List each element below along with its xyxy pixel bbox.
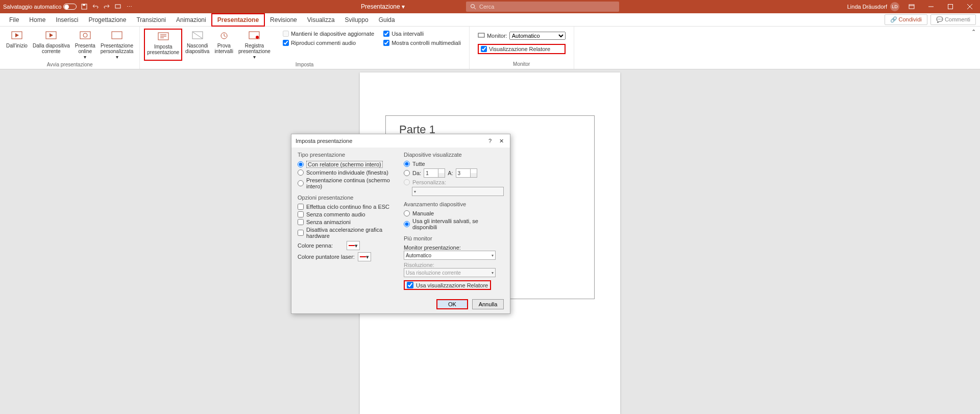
hdr-diap: Diapositive visualizzate [404, 152, 504, 158]
btn-nascondi[interactable]: Nascondi diapositiva [183, 29, 211, 61]
search-icon [470, 4, 476, 10]
chk-senza-audio[interactable]: Senza commento audio [298, 211, 397, 217]
tab-animazioni[interactable]: Animazioni [171, 14, 211, 26]
svg-rect-1 [83, 4, 85, 6]
hide-slide-icon [190, 30, 205, 42]
dialog-imposta-presentazione: Imposta presentazione ? ✕ Tipo presentaz… [291, 134, 510, 314]
tab-guida[interactable]: Guida [374, 14, 400, 26]
annulla-button[interactable]: Annulla [472, 299, 504, 309]
dd-personalizza [412, 187, 504, 196]
custom-show-icon [110, 30, 124, 42]
btn-prova-intervalli[interactable]: Prova intervalli [212, 29, 235, 61]
dialog-titlebar[interactable]: Imposta presentazione ? ✕ [291, 134, 510, 148]
share-button[interactable]: 🔗 Condividi [885, 14, 927, 25]
chk-riproduci[interactable]: Riproduci commenti audio [283, 40, 374, 46]
chk-senza-anim[interactable]: Senza animazioni [298, 219, 397, 225]
ribbon-display-icon[interactable] [904, 2, 919, 12]
spin-a[interactable]: 3 [456, 168, 477, 178]
play-icon [10, 30, 24, 42]
search-box[interactable] [466, 2, 619, 12]
spin-da[interactable]: 1 [424, 168, 445, 178]
svg-line-23 [193, 32, 202, 38]
tab-inserisci[interactable]: Inserisci [51, 14, 83, 26]
document-title[interactable]: Presentazione ▾ [361, 3, 405, 10]
svg-point-16 [83, 33, 87, 37]
dd-monitor-pres[interactable]: Automatico [404, 251, 496, 260]
search-input[interactable] [479, 4, 615, 10]
svg-rect-15 [80, 32, 90, 39]
lbl-colore-laser: Colore puntatore laser: [298, 254, 355, 260]
tab-sviluppo[interactable]: Sviluppo [340, 14, 374, 26]
chk-aggiornate[interactable]: Mantieni le diapositive aggiornate [283, 31, 374, 37]
dialog-help-icon[interactable]: ? [485, 136, 495, 145]
collapse-ribbon-icon[interactable]: ⌃ [967, 27, 980, 69]
group-monitor-label: Monitor [513, 60, 530, 69]
hdr-tipo: Tipo presentazione [298, 152, 397, 158]
radio-da[interactable]: Da: 1 A: 3 [404, 168, 504, 178]
radio-intervalli[interactable]: Usa gli intervalli salvati, se disponibi… [404, 218, 504, 230]
radio-continua[interactable]: Presentazione continua (schermo intero) [298, 177, 397, 189]
user-name: Linda Dräusdorf [847, 4, 887, 10]
maximize-icon[interactable] [943, 2, 958, 12]
chk-relatore[interactable]: Visualizzazione Relatore [478, 44, 566, 54]
lbl-risoluzione: Risoluzione: [404, 262, 504, 268]
lbl-colore-penna: Colore penna: [298, 242, 344, 249]
color-penna-button[interactable]: ▾ [347, 241, 360, 250]
monitor-select[interactable]: Automatico [509, 32, 566, 40]
btn-from-beginning[interactable]: Dall'inizio [4, 29, 30, 61]
btn-from-current[interactable]: Dalla diapositiva corrente [31, 29, 72, 61]
tab-presentazione[interactable]: Presentazione [211, 13, 265, 27]
dd-risoluzione: Usa risoluzione corrente [404, 268, 496, 277]
autosave-label: Salvataggio automatico [3, 4, 61, 10]
btn-registra[interactable]: Registra presentazione ▾ [236, 29, 273, 61]
chk-usa-relatore[interactable]: Usa visualizzazione Relatore [404, 280, 491, 290]
radio-tutte[interactable]: Tutte [404, 161, 504, 167]
slideshow-icon[interactable] [114, 3, 121, 10]
redo-icon[interactable] [103, 3, 110, 10]
chk-ciclo[interactable]: Effettua ciclo continuo fino a ESC [298, 204, 397, 210]
chk-disattiva-hw[interactable]: Disattiva accelerazione grafica hardware [298, 227, 397, 239]
save-icon[interactable] [81, 3, 88, 10]
btn-present-online[interactable]: Presenta online ▾ [73, 29, 97, 61]
comments-button[interactable]: 💬 Commenti [930, 14, 976, 25]
svg-rect-2 [115, 5, 120, 8]
autosave-toggle[interactable]: Salvataggio automatico [3, 4, 77, 10]
monitor-icon [478, 33, 485, 39]
chk-intervalli[interactable]: Usa intervalli [383, 31, 461, 37]
svg-rect-5 [909, 5, 914, 9]
user-account[interactable]: Linda Dräusdorf LD [847, 2, 899, 11]
play-current-icon [44, 30, 58, 42]
group-avvia-label: Avvia presentazione [47, 61, 93, 69]
radio-manuale[interactable]: Manuale [404, 210, 504, 216]
canvas-area: Parte 1 Imposta presentazione ? ✕ Tipo p… [0, 69, 980, 414]
svg-marker-12 [15, 33, 19, 37]
svg-point-3 [471, 5, 475, 8]
hdr-opzioni: Opzioni presentazione [298, 194, 397, 201]
radio-con-relatore[interactable]: Con relatore (schermo intero) [298, 161, 397, 168]
monitor-selector[interactable]: Monitor: Automatico [478, 31, 566, 41]
tab-file[interactable]: File [4, 14, 24, 26]
tab-revisione[interactable]: Revisione [265, 14, 302, 26]
undo-icon[interactable] [92, 3, 99, 10]
lbl-monitor-pres: Monitor presentazione: [404, 245, 504, 251]
dialog-close-icon[interactable]: ✕ [497, 136, 506, 145]
radio-scorrimento[interactable]: Scorrimento individuale (finestra) [298, 169, 397, 176]
tab-visualizza[interactable]: Visualizza [302, 14, 340, 26]
minimize-icon[interactable] [924, 2, 938, 12]
svg-line-26 [224, 36, 226, 37]
svg-rect-17 [112, 32, 122, 39]
tab-transizioni[interactable]: Transizioni [131, 14, 171, 26]
lbl-a: A: [448, 170, 453, 176]
hdr-avanzamento: Avanzamento diapositive [404, 201, 504, 207]
ok-button[interactable]: OK [436, 299, 468, 309]
btn-custom-show[interactable]: Presentazione personalizzata ▾ [99, 29, 135, 61]
btn-imposta-presentazione[interactable]: Imposta presentazione [144, 29, 182, 61]
radio-personalizza: Personalizza: [404, 179, 504, 185]
tab-progettazione[interactable]: Progettazione [83, 14, 131, 26]
avatar: LD [890, 2, 899, 11]
more-qat-icon[interactable]: ⋯ [126, 3, 133, 10]
close-icon[interactable] [963, 2, 977, 12]
tab-home[interactable]: Home [24, 14, 51, 26]
color-laser-button[interactable]: ▾ [358, 252, 371, 261]
chk-controlli[interactable]: Mostra controlli multimediali [383, 40, 461, 46]
